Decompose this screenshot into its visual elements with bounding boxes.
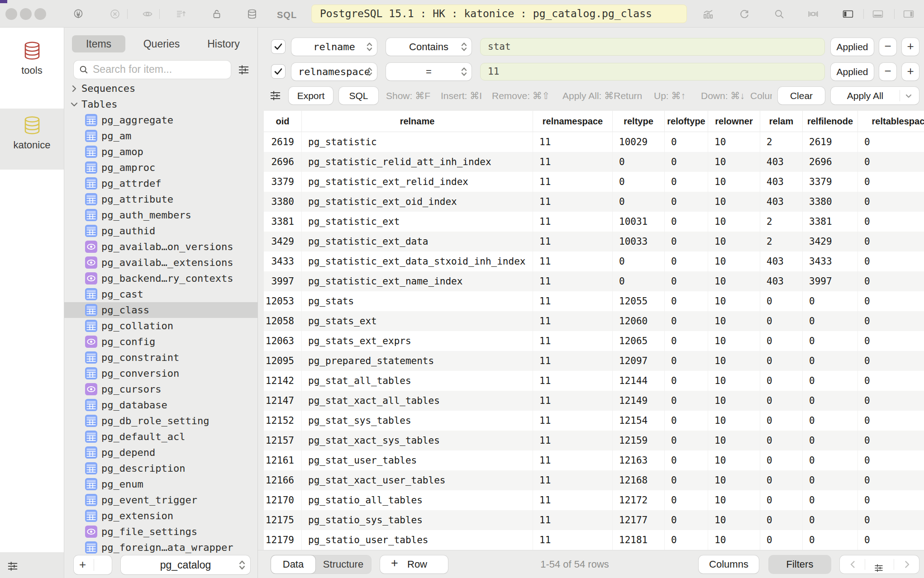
cell-relowner[interactable]: 10: [708, 490, 760, 510]
cell-reltablespace[interactable]: 0: [858, 510, 924, 530]
filter-1-operator-select[interactable]: Contains: [386, 38, 472, 56]
cell-oid[interactable]: 12147: [264, 391, 302, 411]
tree-item-pg_constraint[interactable]: pg_constraint: [64, 350, 258, 365]
cell-relfilenode[interactable]: 0: [803, 510, 858, 530]
column-header-reltablespace[interactable]: reltablespace: [858, 111, 924, 132]
zoom-window-button[interactable]: [34, 8, 46, 20]
chevron-right-icon[interactable]: [69, 83, 80, 94]
cell-relam[interactable]: 403: [760, 271, 803, 291]
cell-relname[interactable]: pg_stats_ext_exprs: [302, 331, 533, 351]
cell-reltype[interactable]: 12172: [613, 490, 665, 510]
cell-reltablespace[interactable]: 0: [858, 152, 924, 172]
cell-relname[interactable]: pg_statio_user_tables: [302, 530, 533, 550]
cell-reloftype[interactable]: 0: [665, 291, 708, 311]
cell-relname[interactable]: pg_stat_all_tables: [302, 371, 533, 391]
cell-relfilenode[interactable]: 0: [803, 431, 858, 450]
minimize-window-button[interactable]: [20, 8, 32, 20]
cell-relowner[interactable]: 10: [708, 152, 760, 172]
cell-relfilenode[interactable]: 0: [803, 371, 858, 391]
table-row[interactable]: 12095pg_prepared_statements1112097010000: [264, 351, 924, 371]
cancel-query-icon[interactable]: [110, 9, 120, 19]
cell-reltype[interactable]: 12149: [613, 391, 665, 411]
cell-relnamespace[interactable]: 11: [533, 251, 613, 271]
cell-reltablespace[interactable]: 0: [858, 212, 924, 232]
tree-item-pg_availab…_extensions[interactable]: pg_availab…_extensions: [64, 255, 258, 270]
cell-oid[interactable]: 3429: [264, 232, 302, 251]
cell-relname[interactable]: pg_statistic_ext_data: [302, 232, 533, 251]
cell-reltablespace[interactable]: 0: [858, 351, 924, 371]
filter-1-field-select[interactable]: relname: [291, 38, 377, 56]
cell-relname[interactable]: pg_statistic_ext: [302, 212, 533, 232]
connection-title[interactable]: PostgreSQL 15.1 : HK : katonice : pg_cat…: [311, 5, 687, 23]
cell-reloftype[interactable]: 0: [665, 212, 708, 232]
cell-relname[interactable]: pg_stats_ext: [302, 311, 533, 331]
cell-reltype[interactable]: 12159: [613, 431, 665, 450]
cell-reltype[interactable]: 0: [613, 152, 665, 172]
cell-relfilenode[interactable]: 0: [803, 470, 858, 490]
tab-history[interactable]: History: [201, 35, 246, 52]
cell-relowner[interactable]: 10: [708, 132, 760, 152]
cell-reloftype[interactable]: 0: [665, 251, 708, 271]
cell-reltype[interactable]: 12065: [613, 331, 665, 351]
tab-items[interactable]: Items: [72, 35, 125, 52]
table-row[interactable]: 12058pg_stats_ext1112060010000: [264, 311, 924, 331]
cell-reloftype[interactable]: 0: [665, 232, 708, 251]
tree-item-pg_amproc[interactable]: pg_amproc: [64, 160, 258, 175]
cell-relnamespace[interactable]: 11: [533, 431, 613, 450]
cell-relowner[interactable]: 10: [708, 510, 760, 530]
cell-relname[interactable]: pg_stat_xact_user_tables: [302, 470, 533, 490]
cell-relname[interactable]: pg_statistic_ext_relid_index: [302, 172, 533, 192]
cell-relowner[interactable]: 10: [708, 311, 760, 331]
cell-oid[interactable]: 12157: [264, 431, 302, 450]
cell-relnamespace[interactable]: 11: [533, 351, 613, 371]
cell-relowner[interactable]: 10: [708, 232, 760, 251]
cell-relfilenode[interactable]: 0: [803, 291, 858, 311]
cell-relfilenode[interactable]: 0: [803, 391, 858, 411]
cell-reltype[interactable]: 12154: [613, 411, 665, 431]
cell-reltype[interactable]: 10031: [613, 212, 665, 232]
lock-icon[interactable]: [211, 9, 222, 19]
toggle-left-panel-icon[interactable]: [843, 9, 856, 19]
cell-reltablespace[interactable]: 0: [858, 291, 924, 311]
cell-relnamespace[interactable]: 11: [533, 311, 613, 331]
filter-2-add-button[interactable]: +: [902, 63, 919, 81]
cell-relowner[interactable]: 10: [708, 251, 760, 271]
cell-reltablespace[interactable]: 0: [858, 172, 924, 192]
filter-2-operator-select[interactable]: =: [386, 63, 472, 81]
cell-reloftype[interactable]: 0: [665, 331, 708, 351]
search-icon[interactable]: [774, 9, 785, 19]
cell-relfilenode[interactable]: 0: [803, 530, 858, 550]
cell-relam[interactable]: 2: [760, 212, 803, 232]
cell-relam[interactable]: 2: [760, 132, 803, 152]
cell-relfilenode[interactable]: 0: [803, 450, 858, 470]
cell-relam[interactable]: 0: [760, 450, 803, 470]
column-header-relnamespace[interactable]: relnamespace: [533, 111, 613, 132]
cell-relowner[interactable]: 10: [708, 212, 760, 232]
column-header-relam[interactable]: relam: [760, 111, 803, 132]
cell-relname[interactable]: pg_statio_sys_tables: [302, 510, 533, 530]
cell-reltype[interactable]: 12097: [613, 351, 665, 371]
tab-queries[interactable]: Queries: [140, 35, 183, 52]
cell-reltablespace[interactable]: 0: [858, 371, 924, 391]
cell-relfilenode[interactable]: 2696: [803, 152, 858, 172]
cell-oid[interactable]: 12142: [264, 371, 302, 391]
cell-relfilenode[interactable]: 0: [803, 331, 858, 351]
cell-relnamespace[interactable]: 11: [533, 371, 613, 391]
cell-reltype[interactable]: 12055: [613, 291, 665, 311]
cell-relowner[interactable]: 10: [708, 271, 760, 291]
cell-relam[interactable]: 0: [760, 411, 803, 431]
filter-2-value-input[interactable]: 11: [480, 63, 825, 81]
filter-1-checkbox[interactable]: [271, 40, 285, 53]
cell-reltablespace[interactable]: 0: [858, 530, 924, 550]
cell-reloftype[interactable]: 0: [665, 450, 708, 470]
cell-reloftype[interactable]: 0: [665, 311, 708, 331]
cell-relfilenode[interactable]: 3433: [803, 251, 858, 271]
cell-relam[interactable]: 403: [760, 251, 803, 271]
cell-oid[interactable]: 2619: [264, 132, 302, 152]
tree-section-sequences[interactable]: Sequences: [64, 81, 258, 96]
cell-relname[interactable]: pg_stats: [302, 291, 533, 311]
cell-relowner[interactable]: 10: [708, 450, 760, 470]
table-row[interactable]: 12179pg_statio_user_tables1112181010000: [264, 530, 924, 550]
table-row[interactable]: 12063pg_stats_ext_exprs1112065010000: [264, 331, 924, 351]
cell-oid[interactable]: 2696: [264, 152, 302, 172]
